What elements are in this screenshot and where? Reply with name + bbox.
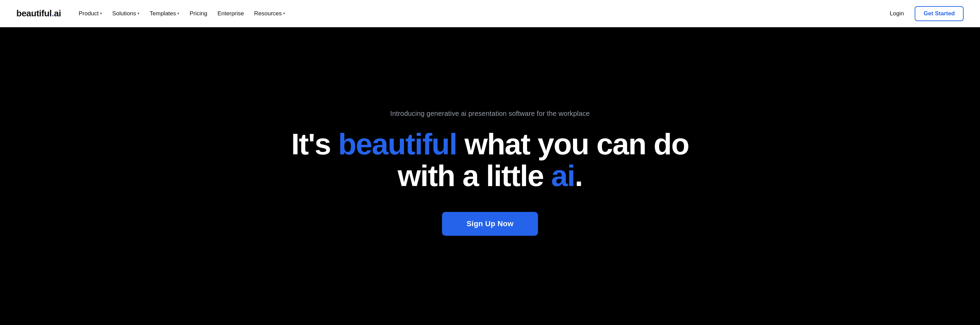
nav-item-solutions[interactable]: Solutions ▾ <box>108 8 143 20</box>
hero-title-highlight1: beautiful <box>338 127 457 161</box>
nav-label-resources: Resources <box>254 10 282 17</box>
chevron-down-icon: ▾ <box>100 11 102 16</box>
nav-link-templates[interactable]: Templates ▾ <box>146 8 183 20</box>
chevron-down-icon: ▾ <box>283 11 285 16</box>
hero-title-part2: what you can do <box>457 127 689 161</box>
navbar-left: beautiful.ai Product ▾ Solutions ▾ Templ… <box>16 8 289 20</box>
sign-up-now-button[interactable]: Sign Up Now <box>442 212 538 236</box>
hero-section: Introducing generative ai presentation s… <box>0 27 980 325</box>
nav-link-solutions[interactable]: Solutions ▾ <box>108 8 143 20</box>
nav-link-resources[interactable]: Resources ▾ <box>250 8 289 20</box>
nav-label-solutions: Solutions <box>112 10 136 17</box>
hero-title-part3: with a little <box>398 159 551 192</box>
nav-link-enterprise[interactable]: Enterprise <box>213 8 248 20</box>
logo-brand: beautiful <box>16 8 52 18</box>
hero-title-part1: It's <box>291 127 338 161</box>
nav-link-pricing[interactable]: Pricing <box>185 8 211 20</box>
chevron-down-icon: ▾ <box>137 11 140 16</box>
nav-label-enterprise: Enterprise <box>218 10 243 17</box>
nav-item-pricing[interactable]: Pricing <box>185 8 211 20</box>
hero-subtitle: Introducing generative ai presentation s… <box>390 110 590 117</box>
hero-title-highlight2: ai <box>551 159 575 192</box>
logo-text: beautiful.ai <box>16 8 61 19</box>
login-button[interactable]: Login <box>885 8 910 20</box>
nav-label-pricing: Pricing <box>189 10 207 17</box>
hero-title: It's beautiful what you can do with a li… <box>291 128 689 192</box>
nav-label-templates: Templates <box>150 10 176 17</box>
logo-dot: . <box>52 8 54 18</box>
nav-item-enterprise[interactable]: Enterprise <box>213 8 248 20</box>
nav-item-resources[interactable]: Resources ▾ <box>250 8 289 20</box>
navbar: beautiful.ai Product ▾ Solutions ▾ Templ… <box>0 0 980 27</box>
chevron-down-icon: ▾ <box>177 11 179 16</box>
nav-links: Product ▾ Solutions ▾ Templates ▾ Pricin… <box>75 8 289 20</box>
nav-link-product[interactable]: Product ▾ <box>75 8 106 20</box>
nav-item-product[interactable]: Product ▾ <box>75 8 106 20</box>
get-started-button[interactable]: Get Started <box>915 6 964 21</box>
logo-ai: ai <box>54 8 61 18</box>
nav-label-product: Product <box>79 10 99 17</box>
hero-title-part4: . <box>575 159 582 192</box>
logo[interactable]: beautiful.ai <box>16 8 61 19</box>
navbar-right: Login Get Started <box>885 6 964 21</box>
nav-item-templates[interactable]: Templates ▾ <box>146 8 183 20</box>
